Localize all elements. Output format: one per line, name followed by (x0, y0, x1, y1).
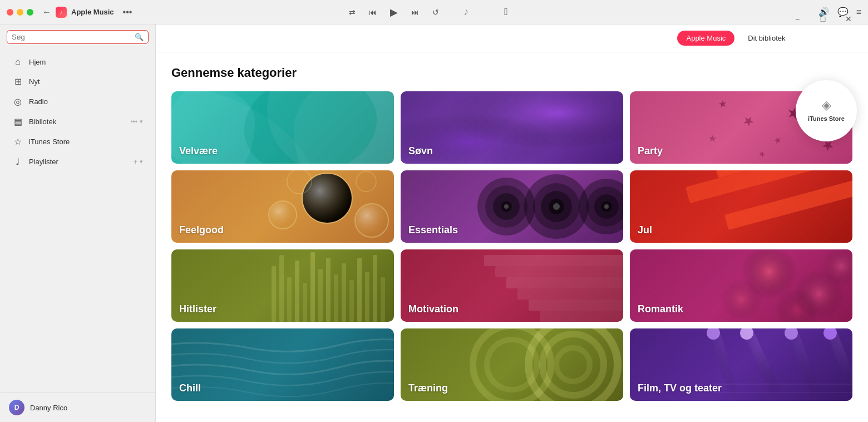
category-card-velvare[interactable]: Velvære (171, 91, 394, 164)
nav-item-right: ••• ▾ (130, 118, 143, 126)
svg-rect-54 (365, 272, 369, 322)
sidebar-item-nyt[interactable]: ⊞ Nyt (3, 72, 152, 91)
back-button[interactable]: ← (42, 7, 51, 17)
category-label: Film, TV og teater (638, 382, 722, 394)
category-label: Chill (179, 382, 201, 394)
svg-point-70 (556, 348, 590, 381)
category-label: Jul (638, 224, 652, 236)
svg-rect-51 (342, 263, 346, 322)
category-label: Søvn (408, 145, 433, 157)
category-card-traening[interactable]: Træning (401, 328, 623, 401)
svg-rect-58 (495, 266, 623, 277)
main-content: Gennemse kategorier Velvære (156, 52, 868, 422)
svg-point-17 (303, 174, 352, 223)
avatar: D (9, 400, 24, 415)
sidebar: 🔍 ⌂ Hjem ⊞ Nyt ◎ Radio ▤ Bibliotek ••• (0, 24, 156, 422)
close-button[interactable] (7, 9, 13, 16)
svg-point-67 (720, 278, 762, 321)
svg-point-38 (504, 204, 509, 209)
category-grid: Velvære (171, 91, 852, 401)
main-layout: 🔍 ⌂ Hjem ⊞ Nyt ◎ Radio ▤ Bibliotek ••• (0, 24, 868, 422)
music-note-icon: ♪ (463, 6, 468, 18)
category-card-essentials[interactable]: Essentials (401, 170, 623, 243)
next-button[interactable]: ⏭ (409, 6, 421, 19)
svg-rect-59 (506, 277, 623, 288)
section-title: Gennemse kategorier (171, 66, 852, 80)
title-bar-left: ← ♪ Apple Music ••• (7, 7, 132, 18)
win-close-btn[interactable]: ✕ (836, 7, 861, 31)
category-label: Party (638, 145, 663, 157)
category-card-sovn[interactable]: Søvn (401, 91, 623, 164)
search-wrapper[interactable]: 🔍 (7, 30, 149, 44)
sidebar-item-radio[interactable]: ◎ Radio (3, 92, 152, 111)
svg-rect-53 (357, 258, 362, 322)
card-decoration (171, 328, 394, 401)
sidebar-item-bibliotek[interactable]: ▤ Bibliotek ••• ▾ (3, 112, 152, 131)
top-nav: Apple Music Dit bibliotek iTunes Store (156, 24, 868, 52)
svg-point-19 (356, 204, 388, 237)
category-card-hitlister[interactable]: Hitlister (171, 249, 394, 322)
grid-icon: ⊞ (12, 76, 23, 87)
category-card-jul[interactable]: Jul (630, 170, 852, 243)
radio-icon: ◎ (12, 96, 23, 107)
category-card-motivation[interactable]: Motivation (401, 249, 623, 322)
svg-rect-50 (334, 274, 338, 322)
maximize-button[interactable] (27, 9, 33, 16)
svg-point-21 (269, 202, 296, 228)
svg-rect-46 (303, 283, 307, 322)
sidebar-item-hjem[interactable]: ⌂ Hjem (3, 52, 152, 71)
svg-point-28 (553, 203, 560, 210)
category-label: Velvære (179, 145, 218, 157)
category-card-film[interactable]: Film, TV og teater (630, 328, 852, 401)
add-icon: + (134, 158, 137, 166)
sidebar-item-playlister[interactable]: ♩ Playlister + ▾ (3, 152, 152, 171)
category-card-chill[interactable]: Chill (171, 328, 394, 401)
chevron-down-icon: ▾ (140, 118, 143, 125)
more-button[interactable]: ••• (123, 7, 132, 17)
itunes-store-circle[interactable]: ◈ iTunes Store (796, 80, 857, 141)
svg-rect-48 (318, 269, 323, 322)
dit-bibliotek-tab[interactable]: Dit bibliotek (739, 31, 794, 46)
chill-svg (171, 328, 394, 401)
repeat-button[interactable]: ↺ (430, 6, 441, 19)
nav-item-right: + ▾ (134, 158, 143, 166)
win-maximize-btn[interactable]: □ (810, 7, 836, 31)
minimize-button[interactable] (17, 9, 23, 16)
svg-rect-49 (326, 258, 331, 322)
category-label: Essentials (408, 224, 458, 236)
sovn-svg (401, 91, 623, 164)
card-decoration (401, 91, 623, 164)
home-icon: ⌂ (12, 57, 23, 67)
svg-rect-47 (310, 252, 315, 322)
sidebar-item-itunes-store[interactable]: ☆ iTunes Store (3, 132, 152, 151)
content-area: Apple Music Dit bibliotek iTunes Store ◈… (156, 24, 868, 422)
category-card-feelgood[interactable]: Feelgood (171, 170, 394, 243)
sidebar-item-label: Hjem (29, 58, 46, 66)
sidebar-item-label: Radio (29, 97, 48, 106)
svg-text:★: ★ (740, 111, 758, 130)
window-controls (7, 9, 33, 16)
shuffle-button[interactable]: ⇄ (347, 6, 358, 19)
svg-text:★: ★ (772, 135, 782, 146)
itunes-store-circle-label: iTunes Store (808, 115, 845, 123)
svg-rect-55 (373, 255, 377, 322)
nav-section: ⌂ Hjem ⊞ Nyt ◎ Radio ▤ Bibliotek ••• ▾ ☆ (0, 50, 155, 174)
category-label: Motivation (408, 303, 458, 315)
svg-point-22 (356, 171, 376, 192)
play-button[interactable]: ▶ (388, 4, 400, 21)
category-card-romantik[interactable]: Romantik (630, 249, 852, 322)
title-bar: ← ♪ Apple Music ••• ⇄ ⏮ ▶ ⏭ ↺ ♪  🔊 💬 ≡ … (0, 0, 868, 24)
win-minimize-btn[interactable]: − (785, 7, 810, 31)
svg-rect-43 (279, 255, 284, 322)
chevron-down-icon: ▾ (140, 158, 143, 165)
win-top-controls: − □ ✕ (785, 7, 861, 31)
category-label: Hitlister (179, 303, 216, 315)
user-profile[interactable]: D Danny Rico (0, 392, 155, 422)
svg-point-33 (604, 204, 609, 209)
apple-logo-icon:  (504, 6, 508, 18)
sidebar-item-label: Playlister (29, 158, 58, 166)
prev-button[interactable]: ⏮ (367, 6, 379, 19)
apple-music-tab[interactable]: Apple Music (677, 31, 734, 46)
more-dots-icon: ••• (130, 118, 137, 126)
search-input[interactable] (12, 33, 135, 41)
